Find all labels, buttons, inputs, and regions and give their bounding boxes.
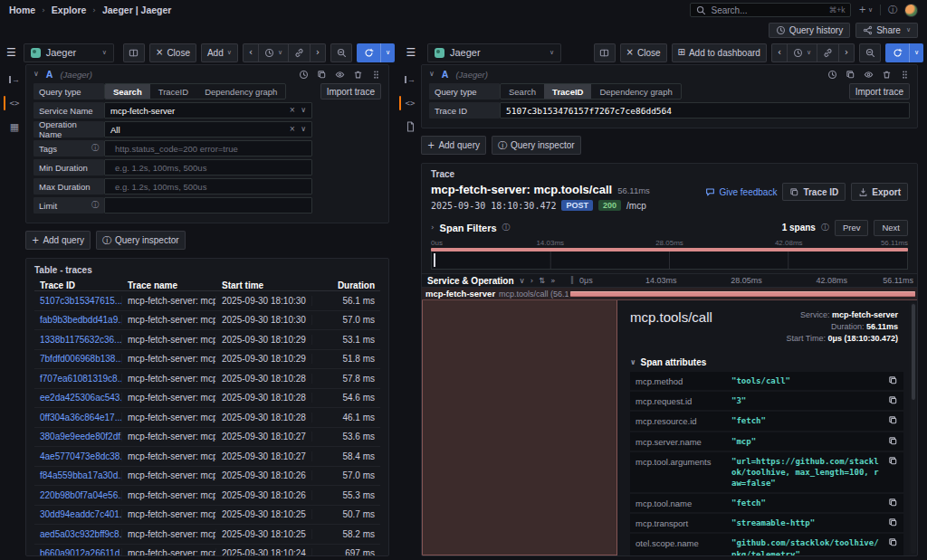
clear-icon[interactable]: × — [289, 126, 295, 133]
breadcrumb-explore[interactable]: Explore — [52, 5, 87, 15]
trace-id-link[interactable]: aed5a03c932bff9c8... — [34, 529, 121, 539]
trace-id-link[interactable]: fab9b3bedbdd41a9... — [34, 315, 121, 325]
query-inspector-button[interactable]: ⓘ Query inspector — [492, 136, 581, 155]
trace-id-link[interactable]: 7bfdfd006968b138... — [34, 354, 121, 364]
selected-span-region[interactable] — [422, 300, 617, 555]
hide-query-icon[interactable] — [864, 70, 874, 80]
add-dropdown-button[interactable]: Add ∨ — [201, 43, 238, 62]
time-shift-forward-button[interactable]: › — [310, 43, 326, 62]
trace-id-link[interactable]: 30dd94eaddc7c401... — [34, 509, 121, 519]
query-type-tab[interactable]: TraceID — [544, 84, 591, 99]
query-history-button[interactable]: Query history — [769, 23, 850, 38]
trace-id-link[interactable]: 0ff304a36c864e17... — [34, 413, 121, 422]
query-editor-icon[interactable]: <> — [401, 95, 419, 111]
query-editor-icon[interactable]: <> — [5, 95, 24, 111]
trace-id-link[interactable]: f707ea61081319c8... — [34, 374, 121, 384]
help-icon[interactable]: ⓘ — [888, 5, 897, 14]
query-history-icon[interactable] — [827, 70, 837, 80]
query-ref[interactable]: A — [46, 69, 53, 80]
trace-id-link[interactable]: 5107c3b15347615... — [34, 296, 121, 306]
collapse-query-icon[interactable]: ∨ — [33, 71, 39, 78]
mega-menu-icon[interactable]: ☰ — [4, 43, 19, 62]
expand-one-icon[interactable]: › — [530, 277, 533, 285]
expand-all-icon[interactable]: » — [550, 277, 555, 285]
col-duration[interactable]: Duration — [311, 280, 380, 290]
trace-id-link[interactable]: f84a559bba17a30d... — [34, 470, 121, 480]
run-query-button[interactable]: ∨ — [357, 43, 395, 62]
collapse-query-icon[interactable]: ∨ — [429, 71, 435, 78]
field-input[interactable] — [104, 197, 312, 214]
query-type-tab[interactable]: Search — [501, 84, 544, 99]
collapse-one-icon[interactable]: ∨ — [520, 277, 525, 285]
mega-menu-icon[interactable]: ☰ — [399, 43, 423, 62]
trace-minimap[interactable]: 0us14.03ms28.05ms42.08ms56.11ms — [422, 239, 917, 273]
share-button[interactable]: Share ∨ — [855, 23, 918, 38]
copy-icon[interactable] — [888, 415, 898, 425]
trace-id-input[interactable]: 5107c3b153476157f7267c7ce86dd564 — [500, 102, 910, 119]
time-shift-back-button[interactable]: ‹ — [243, 43, 258, 62]
avatar[interactable] — [904, 4, 918, 17]
datasource-picker[interactable]: Jaeger ∨ — [427, 43, 561, 62]
export-trace-button[interactable]: Export — [851, 183, 908, 201]
collapse-all-icon[interactable]: ⇅ — [539, 277, 545, 285]
span-attributes-toggle[interactable]: ∨ Span attributes — [630, 357, 905, 367]
expand-filters-icon[interactable]: › — [431, 223, 435, 232]
remove-query-icon[interactable] — [353, 70, 363, 80]
col-trace-id[interactable]: Trace ID — [34, 280, 121, 290]
copy-trace-id-button[interactable]: Trace ID — [782, 183, 846, 201]
query-type-tab[interactable]: Dependency graph — [591, 84, 680, 99]
chevron-down-icon[interactable]: ∨ — [301, 126, 306, 133]
close-pane-button[interactable]: × Close — [149, 43, 196, 62]
time-shift-back-button[interactable]: ‹ — [771, 43, 787, 62]
new-button[interactable]: +∨ — [858, 5, 873, 14]
span-filters-toggle[interactable]: Span Filters — [440, 223, 497, 233]
span-row[interactable]: mcp-fetch-server mcp.tools/call (56.11ms… — [422, 288, 917, 300]
scrollbar[interactable] — [911, 302, 916, 554]
zoom-out-button[interactable] — [859, 43, 881, 62]
col-trace-name[interactable]: Trace name — [121, 280, 215, 290]
split-view-button[interactable] — [594, 43, 616, 62]
chevron-down-icon[interactable]: ∨ — [301, 107, 306, 114]
close-pane-button[interactable]: × Close — [620, 43, 667, 62]
query-ref[interactable]: A — [442, 69, 449, 80]
drag-handle-icon[interactable] — [900, 70, 910, 80]
query-type-tab[interactable]: Dependency graph — [196, 84, 285, 99]
chevron-down-icon[interactable]: ∨ — [906, 27, 911, 33]
collapse-pane-icon[interactable]: → — [401, 71, 419, 88]
copy-icon[interactable] — [888, 395, 898, 405]
collapse-pane-icon[interactable]: → — [5, 71, 24, 88]
copy-icon[interactable] — [888, 436, 898, 446]
hide-query-icon[interactable] — [335, 70, 345, 80]
column-resizer[interactable]: ‖ — [570, 277, 574, 284]
split-view-button[interactable] — [123, 43, 145, 62]
copy-time-link-button[interactable] — [288, 43, 310, 62]
zoom-out-button[interactable] — [330, 43, 352, 62]
field-input[interactable]: e.g. 1.2s, 100ms, 500us — [104, 178, 312, 195]
trace-id-link[interactable]: ee2da425306ac543... — [34, 393, 121, 403]
clear-icon[interactable]: × — [289, 107, 295, 114]
trace-id-link[interactable]: 1338b1175632c36... — [34, 335, 121, 345]
span-duration-bar[interactable] — [570, 291, 915, 297]
trace-id-link[interactable]: b660a9012a26611d... — [34, 548, 121, 556]
breadcrumb-home[interactable]: Home — [9, 5, 35, 15]
run-query-button[interactable]: ∨ — [885, 43, 923, 62]
chevron-down-icon[interactable]: ∨ — [909, 43, 923, 62]
duplicate-query-icon[interactable] — [317, 70, 327, 80]
add-query-button[interactable]: + Add query — [25, 231, 91, 250]
prev-span-button[interactable]: Prev — [835, 220, 869, 236]
document-icon[interactable] — [401, 119, 419, 135]
copy-icon[interactable] — [888, 498, 898, 508]
field-input[interactable]: All × ∨ — [104, 121, 312, 138]
copy-icon[interactable] — [888, 375, 898, 385]
import-trace-button[interactable]: Import trace — [849, 83, 910, 100]
time-shift-forward-button[interactable]: › — [838, 43, 855, 62]
trace-id-link[interactable]: 380a9e9eede80f2df... — [34, 432, 121, 441]
query-type-tab[interactable]: Search — [105, 84, 150, 99]
copy-icon[interactable] — [888, 456, 898, 466]
trace-id-link[interactable]: 220b98b0f7a04e56... — [34, 490, 121, 500]
datasource-picker[interactable]: Jaeger ∨ — [24, 43, 114, 62]
remove-query-icon[interactable] — [882, 70, 892, 80]
col-start-time[interactable]: Start time — [215, 280, 311, 290]
field-input[interactable]: mcp-fetch-server × ∨ — [104, 102, 312, 119]
add-query-button[interactable]: + Add query — [421, 136, 486, 155]
